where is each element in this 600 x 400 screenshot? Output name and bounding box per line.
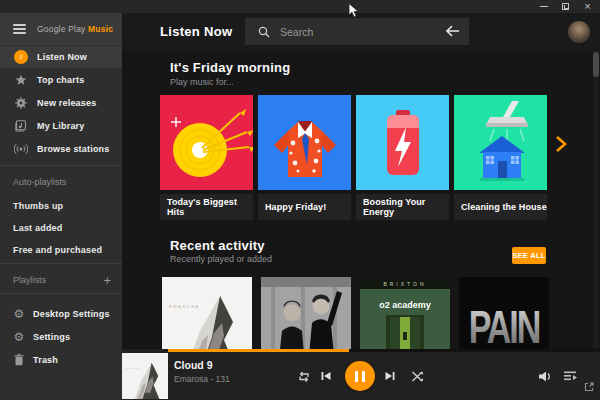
recent-tiles-row: BRIXTON o2 academy OF MICE & MEN PAIN bbox=[162, 277, 549, 349]
radio-waves-icon bbox=[14, 142, 28, 156]
sidebar: Google Play Music ♪ Listen Now Top chart… bbox=[0, 13, 122, 400]
pause-icon bbox=[355, 371, 359, 382]
sidebar-item-new-releases[interactable]: New releases bbox=[0, 92, 122, 114]
close-button[interactable]: × bbox=[583, 2, 592, 11]
sidebar-item-my-library[interactable]: My Library bbox=[0, 115, 122, 137]
search-icon bbox=[258, 26, 270, 38]
main-header: Listen Now bbox=[122, 13, 600, 50]
repeat-icon bbox=[297, 370, 311, 383]
card-title: Boosting Your Energy bbox=[356, 194, 449, 220]
back-arrow-icon[interactable] bbox=[445, 24, 460, 42]
album-tile-pain[interactable]: PAIN bbox=[459, 277, 549, 349]
now-playing-album-art[interactable] bbox=[122, 352, 168, 400]
listen-now-icon: ♪ bbox=[14, 50, 28, 64]
library-music-icon bbox=[14, 119, 28, 133]
window-titlebar[interactable]: × bbox=[0, 0, 600, 13]
previous-button[interactable] bbox=[319, 369, 333, 383]
page-title: Listen Now bbox=[160, 13, 232, 50]
greeting-title: It's Friday morning bbox=[170, 60, 290, 75]
sidebar-item-last-added[interactable]: Last added bbox=[0, 217, 122, 239]
battery-lightning-art bbox=[356, 95, 449, 190]
queue-button[interactable] bbox=[563, 369, 577, 383]
trash-icon bbox=[12, 353, 26, 367]
progress-fill bbox=[168, 349, 349, 352]
recent-activity-subtitle: Recently played or added bbox=[170, 254, 272, 264]
next-icon bbox=[384, 370, 396, 382]
add-playlist-button[interactable]: + bbox=[103, 273, 111, 288]
card-happy-friday[interactable]: Happy Friday! bbox=[258, 95, 351, 220]
repeat-button[interactable] bbox=[297, 369, 311, 383]
volume-icon bbox=[538, 370, 552, 383]
sidebar-divider bbox=[0, 263, 122, 264]
expand-icon bbox=[584, 382, 594, 392]
now-playing-title: Cloud 9 bbox=[174, 359, 213, 371]
chevron-right-icon[interactable] bbox=[555, 135, 567, 157]
auto-playlists-heading: Auto-playlists bbox=[0, 171, 122, 193]
album-tile-duo-portrait[interactable] bbox=[261, 277, 351, 349]
logo-row: Google Play Music bbox=[0, 13, 122, 45]
hawaiian-shirt-art bbox=[258, 95, 351, 190]
svg-text:o2 academy: o2 academy bbox=[379, 300, 431, 310]
star-icon bbox=[14, 73, 28, 87]
sidebar-item-listen-now[interactable]: ♪ Listen Now bbox=[0, 46, 122, 68]
card-title: Happy Friday! bbox=[258, 194, 351, 220]
sidebar-divider bbox=[0, 293, 122, 294]
volume-button[interactable] bbox=[538, 369, 552, 383]
queue-icon bbox=[563, 370, 577, 382]
card-boosting-your-energy[interactable]: Boosting Your Energy bbox=[356, 95, 449, 220]
progress-bar[interactable] bbox=[168, 349, 600, 352]
shuffle-icon bbox=[411, 370, 424, 383]
sidebar-item-top-charts[interactable]: Top charts bbox=[0, 69, 122, 91]
next-button[interactable] bbox=[383, 369, 397, 383]
record-with-arrows-art bbox=[160, 95, 253, 190]
svg-text:PAIN: PAIN bbox=[469, 301, 540, 349]
expand-player-button[interactable] bbox=[582, 380, 596, 394]
hamburger-menu-icon[interactable] bbox=[13, 24, 26, 34]
sidebar-item-desktop-settings[interactable]: ⚙ Desktop Settings bbox=[0, 303, 122, 325]
album-tile-brixton-academy[interactable]: BRIXTON o2 academy OF MICE & MEN bbox=[360, 277, 450, 349]
recent-activity-title: Recent activity bbox=[170, 238, 265, 253]
minimize-button[interactable] bbox=[539, 2, 548, 11]
card-cleaning-the-house[interactable]: Cleaning the House bbox=[454, 95, 547, 220]
shuffle-button[interactable] bbox=[410, 369, 424, 383]
new-releases-icon bbox=[14, 96, 28, 110]
maximize-icon bbox=[562, 3, 569, 10]
card-todays-biggest-hits[interactable]: Today's Biggest Hits bbox=[160, 95, 253, 220]
content-scrollbar[interactable] bbox=[593, 50, 599, 348]
listen-now-content: It's Friday morning Play music for... bbox=[122, 50, 600, 349]
sidebar-item-trash[interactable]: Trash bbox=[0, 349, 122, 371]
player-bar: Cloud 9 Emarosa - 131 bbox=[122, 349, 600, 400]
house-vacuum-art bbox=[454, 95, 547, 190]
search-bar[interactable] bbox=[245, 18, 469, 45]
app-logo: Google Play Music bbox=[37, 24, 113, 34]
now-playing-artist-album: Emarosa - 131 bbox=[174, 374, 230, 384]
svg-text:BRIXTON: BRIXTON bbox=[383, 281, 426, 287]
minimize-icon bbox=[540, 6, 548, 8]
search-input[interactable] bbox=[280, 26, 420, 38]
gear-icon: ⚙ bbox=[12, 330, 26, 344]
close-icon: × bbox=[584, 2, 590, 11]
user-avatar[interactable] bbox=[568, 21, 590, 43]
scrollbar-thumb[interactable] bbox=[593, 52, 599, 77]
greeting-subtitle: Play music for... bbox=[170, 77, 234, 87]
situation-cards-row: Today's Biggest Hits bbox=[160, 95, 547, 220]
previous-icon bbox=[320, 370, 332, 382]
sidebar-item-settings[interactable]: ⚙ Settings bbox=[0, 326, 122, 348]
app-window: EMAROSA × Google Play Music ♪ Listen N bbox=[0, 0, 600, 400]
sidebar-divider bbox=[0, 165, 122, 166]
album-tile-emarosa-131[interactable] bbox=[162, 277, 252, 349]
pause-button[interactable] bbox=[345, 361, 375, 391]
sidebar-item-thumbs-up[interactable]: Thumbs up bbox=[0, 195, 122, 217]
sidebar-item-browse-stations[interactable]: Browse stations bbox=[0, 138, 122, 160]
gear-icon: ⚙ bbox=[12, 307, 26, 321]
see-all-button[interactable]: SEE ALL bbox=[512, 247, 546, 264]
card-title: Cleaning the House bbox=[454, 194, 547, 220]
maximize-button[interactable] bbox=[561, 2, 570, 11]
sidebar-item-free-and-purchased[interactable]: Free and purchased bbox=[0, 239, 122, 261]
playlists-heading-row: Playlists + bbox=[0, 269, 122, 291]
card-title: Today's Biggest Hits bbox=[160, 194, 253, 220]
